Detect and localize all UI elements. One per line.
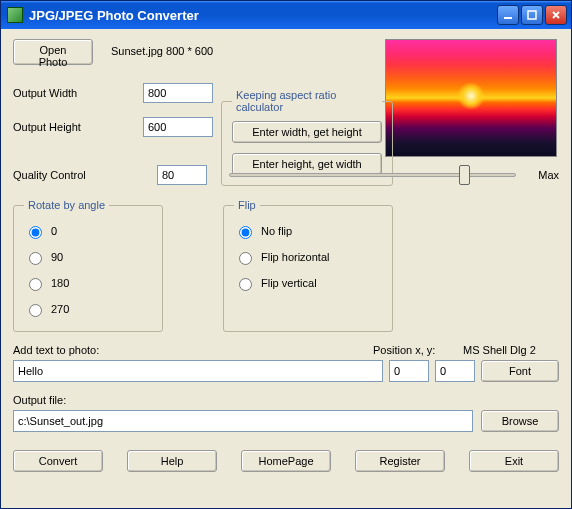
quality-max-label: Max [538, 169, 559, 181]
flip-radio-label: No flip [261, 225, 292, 237]
slider-track [229, 173, 516, 177]
rotate-radio-0[interactable] [29, 226, 42, 239]
slider-thumb[interactable] [459, 165, 470, 185]
homepage-button[interactable]: HomePage [241, 450, 331, 472]
close-button[interactable] [545, 5, 567, 25]
minimize-icon [503, 10, 513, 20]
file-info-label: Sunset.jpg 800 * 600 [111, 45, 213, 57]
quality-slider[interactable] [229, 165, 516, 185]
flip-radio-label: Flip horizontal [261, 251, 329, 263]
flip-radio-flip-horizontal[interactable] [239, 252, 252, 265]
font-button[interactable]: Font [481, 360, 559, 382]
preview-sun [457, 82, 485, 110]
rotate-option-0[interactable]: 0 [24, 223, 152, 239]
output-file-label: Output file: [13, 394, 559, 406]
flip-legend: Flip [234, 199, 260, 211]
minimize-button[interactable] [497, 5, 519, 25]
output-width-input[interactable] [143, 83, 213, 103]
aspect-ratio-legend: Keeping aspect ratio calculator [232, 89, 382, 113]
app-window: JPG/JPEG Photo Converter Open Photo Suns… [0, 0, 572, 509]
maximize-icon [527, 10, 537, 20]
client-area: Open Photo Sunset.jpg 800 * 600 Output W… [1, 29, 571, 508]
rotate-option-90[interactable]: 90 [24, 249, 152, 265]
flip-radio-flip-vertical[interactable] [239, 278, 252, 291]
quality-input[interactable] [157, 165, 207, 185]
app-icon [7, 7, 23, 23]
flip-option-flip-vertical[interactable]: Flip vertical [234, 275, 382, 291]
rotate-legend: Rotate by angle [24, 199, 109, 211]
open-photo-button[interactable]: Open Photo [13, 39, 93, 65]
window-title: JPG/JPEG Photo Converter [29, 8, 497, 23]
rotate-radio-180[interactable] [29, 278, 42, 291]
titlebar[interactable]: JPG/JPEG Photo Converter [1, 1, 571, 29]
rotate-radio-label: 180 [51, 277, 69, 289]
flip-radio-label: Flip vertical [261, 277, 317, 289]
rotate-radio-label: 0 [51, 225, 57, 237]
add-text-label: Add text to photo: [13, 344, 373, 356]
flip-option-flip-horizontal[interactable]: Flip horizontal [234, 249, 382, 265]
output-height-input[interactable] [143, 117, 213, 137]
register-button[interactable]: Register [355, 450, 445, 472]
output-width-label: Output Width [13, 87, 143, 99]
convert-button[interactable]: Convert [13, 450, 103, 472]
enter-width-get-height-button[interactable]: Enter width, get height [232, 121, 382, 143]
maximize-button[interactable] [521, 5, 543, 25]
rotate-group: Rotate by angle 090180270 [13, 199, 163, 332]
position-y-input[interactable] [435, 360, 475, 382]
rotate-option-180[interactable]: 180 [24, 275, 152, 291]
output-file-input[interactable] [13, 410, 473, 432]
svg-rect-1 [528, 11, 536, 19]
svg-rect-0 [504, 17, 512, 19]
flip-option-no-flip[interactable]: No flip [234, 223, 382, 239]
flip-radio-no-flip[interactable] [239, 226, 252, 239]
exit-button[interactable]: Exit [469, 450, 559, 472]
quality-label: Quality Control [13, 169, 143, 181]
close-icon [551, 10, 561, 20]
rotate-radio-label: 270 [51, 303, 69, 315]
position-x-input[interactable] [389, 360, 429, 382]
output-height-label: Output Height [13, 121, 143, 133]
rotate-option-270[interactable]: 270 [24, 301, 152, 317]
font-name-label: MS Shell Dlg 2 [463, 344, 559, 356]
rotate-radio-90[interactable] [29, 252, 42, 265]
rotate-radio-label: 90 [51, 251, 63, 263]
browse-button[interactable]: Browse [481, 410, 559, 432]
help-button[interactable]: Help [127, 450, 217, 472]
rotate-radio-270[interactable] [29, 304, 42, 317]
photo-preview [385, 39, 557, 157]
add-text-input[interactable] [13, 360, 383, 382]
position-label: Position x, y: [373, 344, 463, 356]
flip-group: Flip No flipFlip horizontalFlip vertical [223, 199, 393, 332]
